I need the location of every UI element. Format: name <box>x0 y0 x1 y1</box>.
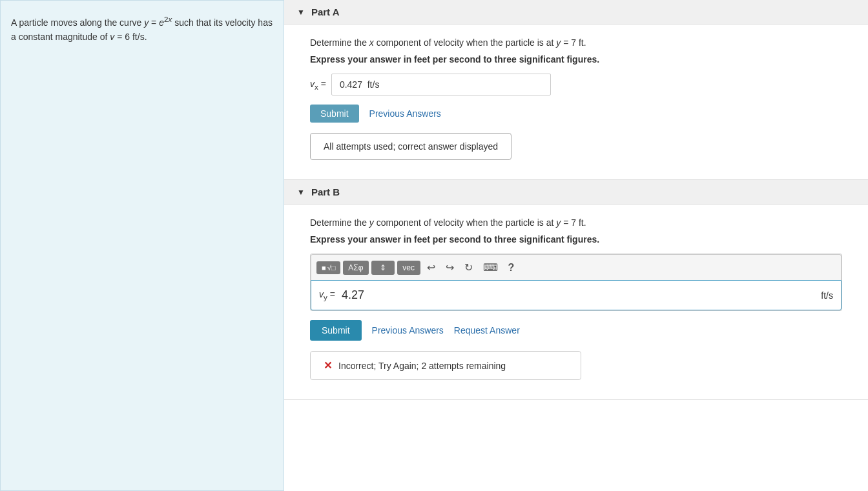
part-a-answer-label: vx = <box>310 79 326 91</box>
part-a-answer-row: vx = <box>310 74 842 95</box>
arrow-icon: ⇕ <box>380 263 386 272</box>
refresh-button[interactable]: ↻ <box>460 259 477 276</box>
part-a-previous-answers-link[interactable]: Previous Answers <box>369 108 441 119</box>
part-b-unit: ft/s <box>821 290 833 301</box>
vec-button[interactable]: vec <box>397 261 420 275</box>
part-b-title: Part B <box>311 186 340 197</box>
part-b-collapse-icon[interactable]: ▼ <box>297 188 305 197</box>
part-b-submit-button[interactable]: Submit <box>310 320 362 341</box>
part-b-request-answer-link[interactable]: Request Answer <box>454 325 520 336</box>
redo-button[interactable]: ↪ <box>442 259 458 276</box>
part-a-collapse-icon[interactable]: ▼ <box>297 8 305 17</box>
sqrt-icon: √□ <box>327 264 336 272</box>
part-b-section: ▼ Part B Determine the y component of ve… <box>284 180 868 400</box>
incorrect-x-icon: ✕ <box>324 359 332 372</box>
part-a-section: ▼ Part A Determine the x component of ve… <box>284 0 868 180</box>
part-b-math-toolbar: ■ √□ AΣφ ⇕ vec ↩ ↪ ↻ ⌨ ? <box>311 254 842 280</box>
problem-statement: A particle moves along the curve y = e2x… <box>0 0 284 491</box>
part-a-attempts-message: All attempts used; correct answer displa… <box>310 133 512 160</box>
symbol-label: AΣφ <box>348 263 363 272</box>
part-b-previous-answers-link[interactable]: Previous Answers <box>372 325 444 336</box>
arrow-button[interactable]: ⇕ <box>371 261 395 275</box>
part-b-instruction: Express your answer in feet per second t… <box>310 234 842 245</box>
part-b-answer-label: vy = <box>319 289 335 301</box>
part-b-question: Determine the y component of velocity wh… <box>310 217 842 228</box>
vec-label: vec <box>402 263 415 272</box>
help-button[interactable]: ? <box>504 259 519 276</box>
part-b-header: ▼ Part B <box>284 180 868 205</box>
part-b-input-area: vy = ft/s <box>311 280 842 310</box>
part-a-instruction: Express your answer in feet per second t… <box>310 54 842 65</box>
part-b-actions: Submit Previous Answers Request Answer <box>310 320 842 341</box>
part-b-math-container: ■ √□ AΣφ ⇕ vec ↩ ↪ ↻ ⌨ ? <box>310 254 842 311</box>
undo-button[interactable]: ↩ <box>423 259 439 276</box>
fraction-icon: ■ <box>322 264 326 272</box>
part-a-header: ▼ Part A <box>284 0 868 25</box>
part-a-question: Determine the x component of velocity wh… <box>310 37 842 48</box>
part-a-submit-button[interactable]: Submit <box>310 105 359 123</box>
symbol-button[interactable]: AΣφ <box>343 261 368 275</box>
part-a-title: Part A <box>311 6 340 17</box>
part-b-answer-input[interactable] <box>342 287 814 303</box>
right-panel: ▼ Part A Determine the x component of ve… <box>284 0 868 491</box>
part-b-incorrect-message: Incorrect; Try Again; 2 attempts remaini… <box>338 361 506 371</box>
part-b-content: Determine the y component of velocity wh… <box>284 205 868 399</box>
part-a-answer-input[interactable] <box>331 74 551 95</box>
part-a-actions: Submit Previous Answers <box>310 105 842 123</box>
fraction-sqrt-button[interactable]: ■ √□ <box>316 261 340 274</box>
problem-text: A particle moves along the curve y = e2x… <box>11 14 273 44</box>
part-b-incorrect-box: ✕ Incorrect; Try Again; 2 attempts remai… <box>310 351 581 380</box>
keyboard-button[interactable]: ⌨ <box>479 259 502 276</box>
part-a-content: Determine the x component of velocity wh… <box>284 25 868 179</box>
